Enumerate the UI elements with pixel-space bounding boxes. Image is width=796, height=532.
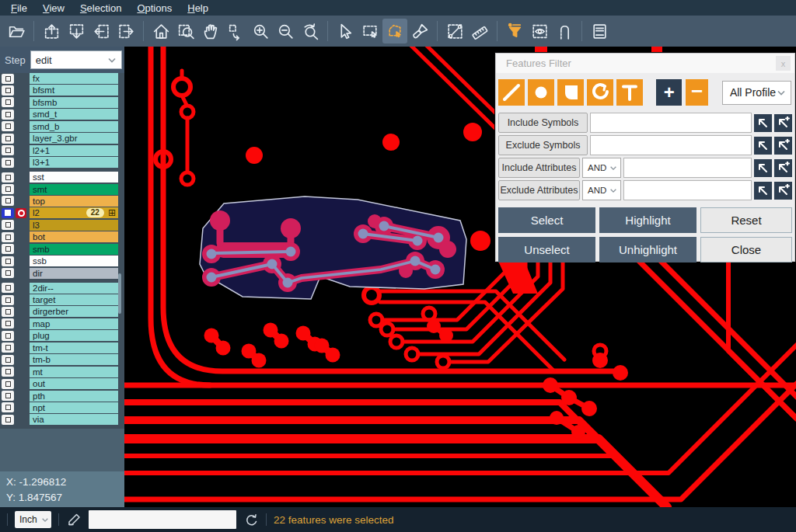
layer-checkbox[interactable] xyxy=(2,391,14,401)
profile-select[interactable]: All Profile xyxy=(722,81,791,105)
exclude-symbols-button[interactable]: Exclude Symbols xyxy=(498,135,588,155)
layer-checkbox[interactable] xyxy=(2,184,14,194)
exclude-attributes-button[interactable]: Exclude Attributes xyxy=(498,180,580,200)
reset-button[interactable]: Reset xyxy=(700,207,792,233)
layer-row-l3-1[interactable]: l3+1 xyxy=(0,157,124,168)
layer-name-bar[interactable]: out xyxy=(30,378,118,389)
layer-name-bar[interactable]: bfsmt xyxy=(30,85,118,96)
layer-row-via[interactable]: via xyxy=(0,414,124,425)
menu-item-selection[interactable]: Selection xyxy=(72,2,129,15)
view-options-button[interactable] xyxy=(527,19,552,43)
include-attributes-input[interactable] xyxy=(623,158,752,178)
layer-checkbox[interactable] xyxy=(2,402,14,412)
layer-row-plug[interactable]: plug xyxy=(0,330,124,341)
layer-checkbox[interactable] xyxy=(2,283,14,293)
layer-name-bar[interactable]: dirgerber xyxy=(30,306,118,317)
layer-name-bar[interactable]: target xyxy=(30,294,118,305)
layer-checkbox[interactable] xyxy=(2,172,14,183)
layer-row-2dir-[interactable]: 2dir-- xyxy=(0,283,124,294)
layer-name-bar[interactable]: bot xyxy=(30,231,118,242)
layer-checkbox[interactable] xyxy=(2,220,14,230)
layer-checkbox[interactable] xyxy=(2,295,14,305)
layer-name-bar[interactable]: l2+1 xyxy=(30,145,118,156)
layer-checkbox[interactable] xyxy=(2,342,14,353)
layer-name-bar[interactable]: mt xyxy=(30,367,118,377)
layer-name-bar[interactable]: bfsmb xyxy=(30,97,118,108)
layer-checkbox[interactable] xyxy=(2,134,14,144)
layer-row-l2-1[interactable]: l2+1 xyxy=(0,145,124,156)
clean-brush-button[interactable] xyxy=(407,19,432,43)
layer-row-smd-t[interactable]: smd_t xyxy=(0,109,124,120)
menu-item-file[interactable]: File xyxy=(3,2,35,15)
layer-row-npt[interactable]: npt xyxy=(0,402,124,413)
layer-row-ssb[interactable]: ssb xyxy=(0,256,124,266)
layer-row-sst[interactable]: sst xyxy=(0,172,124,183)
layer-checkbox[interactable] xyxy=(2,331,14,341)
command-input[interactable] xyxy=(89,510,236,529)
pan-up-button[interactable] xyxy=(39,19,64,43)
layer-row-l2[interactable]: l222⊞ xyxy=(0,207,124,218)
zoom-out-button[interactable] xyxy=(273,19,298,43)
layer-name-bar[interactable]: l222⊞ xyxy=(30,207,118,218)
layer-checkbox[interactable] xyxy=(2,196,14,206)
layer-name-bar[interactable]: l3 xyxy=(30,220,118,231)
layer-name-bar[interactable]: smt xyxy=(30,184,118,195)
layer-row-dirgerber[interactable]: dirgerber xyxy=(0,306,124,317)
layer-row-l3[interactable]: l3 xyxy=(0,220,124,231)
layer-name-bar[interactable]: via xyxy=(30,414,118,425)
layer-checkbox[interactable] xyxy=(2,307,14,317)
close-button[interactable]: Close xyxy=(700,237,792,263)
sidebar-scrollbar[interactable] xyxy=(118,273,121,314)
include-attributes-button[interactable]: Include Attributes xyxy=(498,158,580,178)
pointer-select-button[interactable] xyxy=(333,19,358,43)
layer-row-dir[interactable]: dir xyxy=(0,268,124,279)
layer-row-bot[interactable]: bot xyxy=(0,231,124,242)
zoom-previous-button[interactable] xyxy=(298,19,323,43)
zoom-window-button[interactable] xyxy=(173,19,198,43)
pan-right-button[interactable] xyxy=(113,19,138,43)
layer-row-out[interactable]: out xyxy=(0,378,124,389)
layer-checkbox[interactable] xyxy=(2,367,14,377)
layer-row-tm-t[interactable]: tm-t xyxy=(0,342,124,353)
layer-name-bar[interactable]: map xyxy=(30,318,118,329)
home-view-button[interactable] xyxy=(148,19,173,43)
layer-name-bar[interactable]: fx xyxy=(30,73,118,84)
pick-add-symbol-button[interactable] xyxy=(774,182,792,200)
layer-checkbox[interactable] xyxy=(2,355,14,365)
layer-row-fx[interactable]: fx xyxy=(0,73,124,84)
select-button[interactable]: Select xyxy=(498,207,595,233)
menu-item-options[interactable]: Options xyxy=(129,2,180,15)
polygon-select-button[interactable] xyxy=(382,19,407,43)
layer-row-bfsmb[interactable]: bfsmb xyxy=(0,97,124,108)
layer-name-bar[interactable]: pth xyxy=(30,391,118,402)
layer-row-smt[interactable]: smt xyxy=(0,184,124,195)
pick-symbol-button[interactable] xyxy=(754,114,772,132)
layer-checkbox[interactable] xyxy=(2,208,14,218)
layer-name-bar[interactable]: smb xyxy=(30,244,118,255)
layer-name-bar[interactable]: sst xyxy=(30,172,118,183)
layer-name-bar[interactable]: plug xyxy=(30,330,118,341)
refresh-button[interactable] xyxy=(243,512,259,527)
menu-item-help[interactable]: Help xyxy=(180,2,216,15)
layer-row-top[interactable]: top xyxy=(0,196,124,207)
layer-checkbox[interactable] xyxy=(2,110,14,120)
highlight-button[interactable]: Highlight xyxy=(599,207,696,233)
dialog-close-button[interactable]: x xyxy=(776,56,791,71)
layer-name-bar[interactable]: smd_b xyxy=(30,121,118,132)
text-tool-button[interactable] xyxy=(616,79,643,106)
layer-checkbox[interactable] xyxy=(2,379,14,389)
layer-row-tm-b[interactable]: tm-b xyxy=(0,354,124,365)
layer-row-map[interactable]: map xyxy=(0,318,124,329)
pad-tool-button[interactable] xyxy=(528,79,554,106)
layer-name-bar[interactable]: tm-t xyxy=(30,342,118,353)
pick-symbol-button[interactable] xyxy=(754,137,772,155)
layer-row-mt[interactable]: mt xyxy=(0,367,124,377)
remove-filter-button[interactable]: − xyxy=(686,79,708,106)
layer-name-bar[interactable]: layer_3.gbr xyxy=(30,133,118,144)
dialog-title-bar[interactable]: Features Filter x xyxy=(496,54,794,73)
ruler-button[interactable] xyxy=(467,19,492,43)
angle-mode-button[interactable] xyxy=(66,512,82,527)
operator-select[interactable]: AND xyxy=(582,158,621,178)
layer-checkbox[interactable] xyxy=(2,232,14,242)
layer-row-smd-b[interactable]: smd_b xyxy=(0,121,124,132)
